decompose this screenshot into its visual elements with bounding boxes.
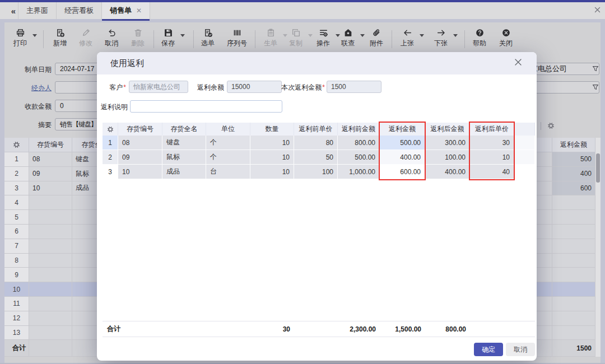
rebate-table-cell[interactable]: 1,000.00 [338, 165, 380, 179]
rebate-table-cell[interactable]: 500.00 [380, 136, 425, 150]
rebate-table-cell[interactable]: 键盘 [162, 136, 206, 150]
rebate-table-cell[interactable]: 10 [250, 150, 294, 165]
rebate-items-table: 存货编号存货全名单位数量返利前单价返利前金额返利金额返利后金额返利后单价108键… [103, 123, 535, 179]
rebate-table-header-cell: 返利前金额 [338, 123, 380, 136]
rebate-table-cell[interactable]: 400.00 [425, 165, 470, 179]
rebate-total-cell [514, 321, 535, 337]
tab-label: 销售单 [110, 6, 132, 16]
rebate-table-cell[interactable]: 300.00 [425, 136, 470, 150]
rebate-table-header-row: 存货编号存货全名单位数量返利前单价返利前金额返利金额返利后金额返利后单价 [103, 123, 535, 136]
rebate-table-cell[interactable]: 1 [103, 136, 118, 150]
tab-label: 主界面 [26, 6, 48, 16]
tab-label: 经营看板 [64, 6, 94, 16]
rebate-note-input[interactable] [130, 100, 282, 113]
gear-icon [106, 125, 114, 133]
rebate-table-cell[interactable]: 09 [118, 150, 162, 165]
rebate-table-header-cell: 返利后单价 [470, 123, 514, 136]
rebate-table-cell[interactable]: 80 [294, 136, 338, 150]
close-all-tabs-button[interactable] [593, 5, 602, 14]
rebate-table-cell[interactable]: 个 [206, 136, 250, 150]
rebate-table-cell[interactable]: 10 [250, 136, 294, 150]
ok-button[interactable]: 确定 [474, 343, 503, 356]
x-icon [594, 7, 601, 13]
rebate-table-cell[interactable]: 3 [103, 165, 118, 179]
rebate-total-cell: 1,500.00 [380, 321, 425, 337]
rebate-table-cell[interactable]: 500.00 [338, 150, 380, 165]
tab-bar: « 主界面经营看板销售单✕ [0, 2, 605, 19]
rebate-total-cell: 800.00 [425, 321, 470, 337]
rebate-table-cell [514, 150, 535, 165]
rebate-table-cell[interactable]: 2 [103, 150, 118, 165]
rebate-table-cell[interactable]: 600.00 [380, 165, 425, 179]
rebate-total-cell [206, 321, 250, 337]
rebate-table-cell[interactable]: 个 [206, 150, 250, 165]
chevron-double-left-icon: « [11, 6, 16, 16]
tab-1[interactable]: 主界面 [18, 2, 56, 19]
rebate-table-cell[interactable]: 100.00 [425, 150, 470, 165]
rebate-total-cell [162, 321, 206, 337]
rebate-this-time-input[interactable]: 1500 [327, 81, 381, 93]
rebate-table-header-cell: 数量 [250, 123, 294, 136]
rebate-table-header-cell [514, 123, 535, 136]
rebate-table-cell [514, 165, 535, 179]
customer-input[interactable]: 怡新家电总公司 [129, 81, 188, 93]
rebate-table-cell[interactable]: 10 [118, 165, 162, 179]
rebate-table-row-2: 209鼠标个1050500.00400.00100.0010 [103, 150, 535, 165]
x-icon [514, 58, 522, 66]
rebate-table-cell[interactable]: 30 [470, 136, 514, 150]
rebate-table-cell[interactable]: 400.00 [380, 150, 425, 165]
customer-label: 客户* [109, 83, 126, 92]
rebate-table-cell[interactable]: 50 [294, 150, 338, 165]
rebate-table-header-cell: 存货编号 [118, 123, 162, 136]
tab-3[interactable]: 销售单✕ [101, 2, 150, 19]
use-rebate-dialog: 使用返利 客户*怡新家电总公司返利余额15000本次返利金额*1500返利说明 … [97, 52, 537, 361]
rebate-table-cell[interactable]: 10 [250, 165, 294, 179]
required-asterisk: * [322, 83, 325, 91]
rebate-table-cell[interactable]: 08 [118, 136, 162, 150]
rebate-table-header-cell: 存货全名 [162, 123, 206, 136]
rebate-table-row-3: 310成品台101001,000.00600.00400.0040 [103, 165, 535, 179]
dialog-title-bar [97, 52, 537, 74]
dialog-close-button[interactable] [514, 58, 524, 68]
rebate-table-cell [514, 136, 535, 150]
rebate-this-time-label: 本次返利金额* [281, 83, 325, 92]
rebate-table-cell[interactable]: 鼠标 [162, 150, 206, 165]
rebate-table-cell[interactable]: 800.00 [338, 136, 380, 150]
tab-close-icon[interactable]: ✕ [136, 7, 142, 14]
rebate-note-label: 返利说明 [101, 102, 128, 112]
dialog-title: 使用返利 [110, 58, 144, 69]
rebate-total-cell [135, 321, 162, 337]
rebate-balance-label: 返利余额 [197, 83, 224, 92]
rebate-table-cell[interactable]: 10 [470, 150, 514, 165]
rebate-table-cell[interactable]: 台 [206, 165, 250, 179]
rebate-balance-input[interactable]: 15000 [227, 81, 282, 93]
rebate-table-total-row: 合计302,300.001,500.00800.00 [103, 321, 535, 337]
tab-2[interactable]: 经营看板 [56, 2, 101, 19]
rebate-table-header-cell: 返利前单价 [294, 123, 338, 136]
rebate-table-header-cell: 返利金额 [380, 123, 425, 136]
rebate-total-label: 合计 [103, 321, 135, 337]
rebate-table-header-cell: 单位 [206, 123, 250, 136]
rebate-table-cell[interactable]: 100 [294, 165, 338, 179]
cancel-button[interactable]: 取消 [506, 343, 535, 356]
rebate-total-cell: 30 [250, 321, 294, 337]
rebate-table-settings[interactable] [103, 123, 118, 136]
required-asterisk: * [123, 83, 126, 91]
rebate-total-cell [470, 321, 514, 337]
rebate-table-cell[interactable]: 40 [470, 165, 514, 179]
rebate-table-header-cell: 返利后金额 [425, 123, 470, 136]
rebate-table-row-1: 108键盘个1080800.00500.00300.0030 [103, 136, 535, 150]
rebate-total-cell [294, 321, 338, 337]
rebate-total-cell: 2,300.00 [338, 321, 380, 337]
rebate-table-cell[interactable]: 成品 [162, 165, 206, 179]
collapse-sidebar-button[interactable]: « [0, 2, 18, 19]
